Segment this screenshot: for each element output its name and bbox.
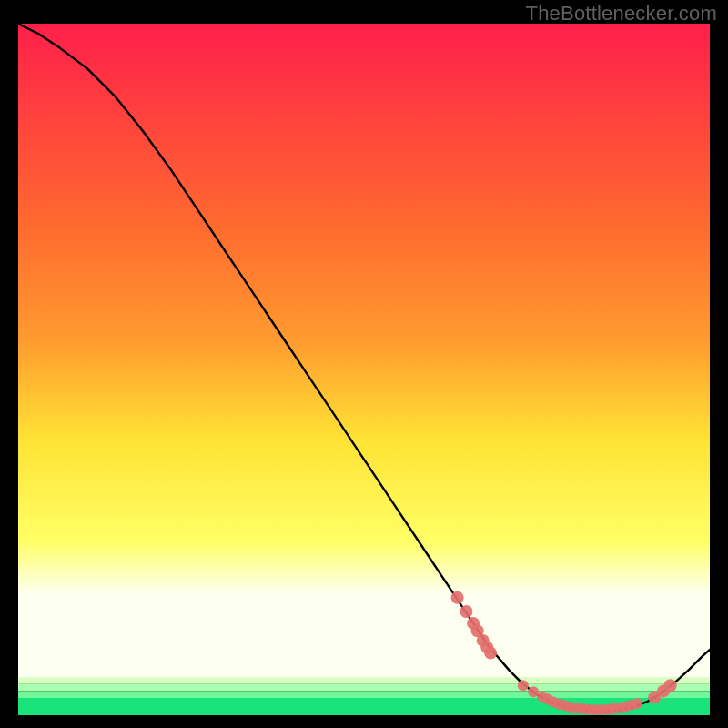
chart-svg — [18, 24, 710, 715]
svg-rect-3 — [18, 684, 710, 692]
chart-area — [18, 24, 710, 715]
svg-rect-4 — [18, 691, 710, 698]
watermark-text: TheBottlenecker.com — [526, 2, 717, 25]
stage: TheBottlenecker.com — [0, 0, 728, 728]
svg-point-13 — [518, 680, 529, 691]
svg-point-7 — [460, 605, 472, 618]
svg-point-12 — [484, 647, 497, 660]
svg-rect-1 — [18, 650, 710, 681]
svg-rect-0 — [18, 24, 710, 654]
svg-point-6 — [451, 592, 464, 604]
svg-point-32 — [632, 698, 642, 709]
svg-point-35 — [664, 679, 677, 692]
svg-rect-2 — [18, 677, 710, 684]
